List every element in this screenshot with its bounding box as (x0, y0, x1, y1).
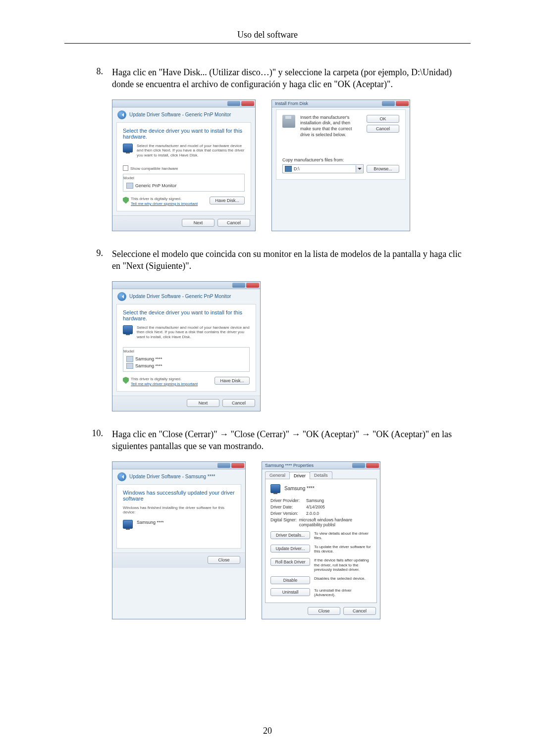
step-9: 9. Seleccione el modelo que coincida con… (64, 248, 471, 272)
tab-bar: General Driver Details (262, 469, 380, 479)
titlebar (112, 100, 255, 107)
disable-desc: Disables the selected device. (314, 576, 366, 581)
button-row: Close (112, 553, 245, 568)
close-button[interactable]: Close (208, 556, 240, 564)
maximize-icon[interactable] (382, 101, 395, 106)
list-item-label: Generic PnP Monitor (135, 183, 176, 188)
step-10: 10. Haga clic en "Close (Cerrar)" → "Clo… (64, 428, 471, 453)
show-compatible-checkbox[interactable]: Show compatible hardware (123, 165, 245, 171)
provider-value: Samsung (306, 498, 324, 503)
drive-value: D:\ (294, 166, 354, 171)
cancel-button[interactable]: Cancel (343, 607, 376, 615)
maximize-icon[interactable] (232, 283, 245, 288)
breadcrumb: Update Driver Software - Samsung **** (112, 469, 245, 482)
close-button[interactable]: Close (308, 607, 340, 615)
cancel-button[interactable]: Cancel (367, 125, 399, 133)
dialog-update-success: Update Driver Software - Samsung **** Wi… (112, 461, 246, 619)
monitor-icon (270, 484, 280, 493)
signing-link[interactable]: Tell me why driver signing is important (131, 202, 198, 206)
list-item-label: Samsung **** (135, 356, 162, 361)
page: Uso del software 8. Haga clic en "Have D… (0, 0, 535, 756)
back-icon[interactable] (117, 472, 126, 481)
drive-combo[interactable]: D:\ (282, 164, 364, 173)
figures-step10: Update Driver Software - Samsung **** Wi… (112, 461, 471, 619)
button-row: Next Cancel (112, 396, 260, 411)
dialog-select-driver: Update Driver Software - Generic PnP Mon… (112, 100, 256, 231)
chevron-down-icon[interactable] (356, 165, 363, 172)
signer-value: microsoft windows hardware compatibility… (299, 517, 372, 527)
driver-details-desc: To view details about the driver files. (314, 531, 372, 541)
signed-text: This driver is digitally signed. (131, 197, 198, 202)
heading: Select the device driver you want to ins… (123, 128, 245, 140)
subtext: Select the manufacturer and model of you… (137, 144, 245, 158)
have-disk-button[interactable]: Have Disk... (210, 197, 245, 204)
model-list: Model Samsung **** Samsung **** (123, 347, 250, 372)
device-icon (126, 183, 133, 189)
driver-details-button[interactable]: Driver Details... (270, 531, 310, 539)
update-driver-desc: To update the driver software for this d… (314, 545, 372, 554)
cancel-button[interactable]: Cancel (217, 219, 250, 227)
breadcrumb: Update Driver Software - Generic PnP Mon… (112, 107, 255, 120)
list-label: Model (123, 176, 136, 180)
signing-link[interactable]: Tell me why driver signing is important (131, 382, 198, 386)
update-driver-button[interactable]: Update Driver... (270, 545, 310, 553)
close-icon[interactable] (366, 463, 379, 468)
heading: Windows has successfully updated your dr… (123, 490, 235, 502)
monitor-icon (123, 520, 133, 529)
list-item[interactable]: Generic PnP Monitor (126, 182, 241, 189)
tab-general[interactable]: General (265, 471, 290, 479)
next-button[interactable]: Next (182, 219, 214, 227)
ifd-message: Insert the manufacturer's installation d… (300, 115, 362, 138)
copy-label: Copy manufacturer's files from: (282, 157, 399, 162)
maximize-icon[interactable] (217, 463, 230, 468)
tab-details[interactable]: Details (310, 471, 332, 479)
breadcrumb-text: Update Driver Software - Generic PnP Mon… (129, 112, 231, 117)
subtext: Select the manufacturer and model of you… (137, 325, 250, 340)
maximize-icon[interactable] (227, 101, 240, 106)
shield-icon (123, 377, 129, 384)
close-icon[interactable] (241, 101, 254, 106)
step-text: Haga clic en "Have Disk... (Utilizar dis… (112, 66, 471, 91)
step-number: 8. (64, 66, 112, 91)
version-label: Driver Version: (270, 511, 306, 516)
model-list: Model Generic PnP Monitor (123, 174, 245, 192)
ok-button[interactable]: OK (367, 115, 399, 123)
date-value: 4/14/2005 (306, 504, 325, 509)
maximize-icon[interactable] (352, 463, 365, 468)
titlebar: Samsung **** Properties (262, 462, 380, 469)
dialog-body: Select the device driver you want to ins… (116, 304, 256, 392)
list-item[interactable]: Samsung **** (126, 362, 246, 369)
breadcrumb-text: Update Driver Software - Samsung **** (129, 474, 215, 479)
dialog-body: Windows has successfully updated your dr… (116, 484, 241, 549)
list-label: Model (123, 349, 136, 353)
close-icon[interactable] (231, 463, 244, 468)
button-row: Next Cancel (112, 215, 255, 231)
rollback-driver-desc: If the device fails after updating the d… (314, 558, 372, 572)
header-rule (64, 43, 471, 44)
step-text: Haga clic en "Close (Cerrar)" → "Close (… (112, 428, 471, 453)
close-icon[interactable] (246, 283, 259, 288)
heading: Select the device driver you want to ins… (123, 309, 250, 321)
back-icon[interactable] (117, 110, 126, 119)
browse-button[interactable]: Browse... (367, 165, 399, 173)
uninstall-button[interactable]: Uninstall (270, 588, 310, 596)
breadcrumb: Update Driver Software - Generic PnP Mon… (112, 289, 260, 302)
disable-button[interactable]: Disable (270, 576, 310, 584)
device-name: Samsung **** (137, 520, 164, 525)
monitor-icon (123, 325, 133, 334)
list-item[interactable]: Samsung **** (126, 355, 246, 362)
dialog-install-from-disk: Install From Disk Insert the manufacture… (271, 100, 410, 231)
tab-driver[interactable]: Driver (289, 472, 310, 479)
rollback-driver-button[interactable]: Roll Back Driver (270, 558, 310, 566)
back-icon[interactable] (117, 292, 126, 301)
title-text: Install From Disk (272, 101, 381, 106)
close-icon[interactable] (396, 101, 409, 106)
monitor-icon (123, 144, 133, 152)
have-disk-button[interactable]: Have Disk... (214, 377, 250, 385)
step-number: 10. (64, 428, 112, 453)
uninstall-desc: To uninstall the driver (Advanced). (314, 588, 372, 598)
button-row: Close Cancel (262, 603, 380, 619)
next-button[interactable]: Next (187, 399, 219, 407)
cancel-button[interactable]: Cancel (222, 399, 255, 407)
figures-step8: Update Driver Software - Generic PnP Mon… (112, 100, 471, 231)
